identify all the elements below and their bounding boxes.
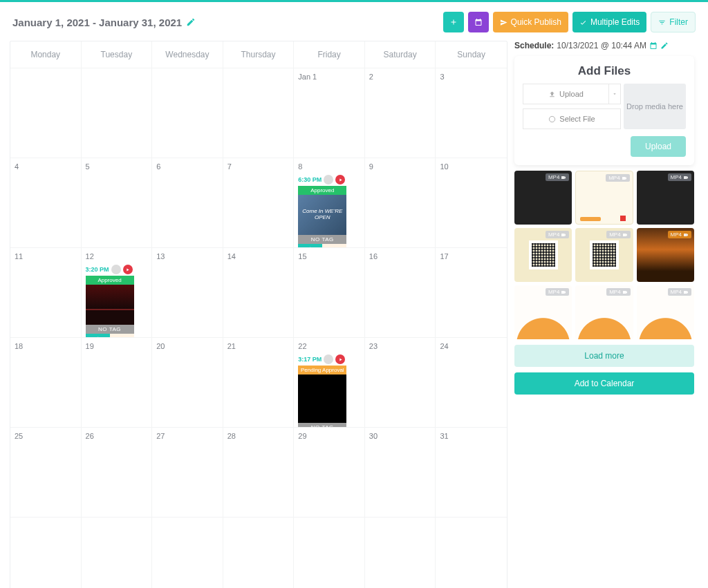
load-more-button[interactable]: Load more — [514, 345, 694, 367]
calendar-cell[interactable] — [152, 68, 223, 158]
multiple-edits-button[interactable]: Multiple Edits — [572, 12, 646, 32]
calendar-cell[interactable]: 11 — [10, 247, 82, 337]
calendar-cell[interactable] — [82, 68, 153, 158]
calendar-cell[interactable]: 3 — [436, 68, 507, 158]
calendar-cell[interactable]: 7 — [223, 158, 295, 247]
gallery-item[interactable]: MP4 — [637, 228, 694, 282]
add-to-calendar-button[interactable]: Add to Calendar — [514, 372, 694, 395]
upload-confirm-button[interactable]: Upload — [631, 136, 686, 157]
calendar-cell[interactable]: 20 — [152, 337, 223, 427]
dayhead-mon: Monday — [10, 41, 82, 68]
post-tag: NO TAG — [298, 235, 346, 244]
gallery-item[interactable]: MP4 — [575, 285, 633, 339]
select-file-button[interactable]: Select File — [523, 108, 621, 129]
load-more-label: Load more — [584, 351, 624, 361]
quick-publish-label: Quick Publish — [511, 17, 561, 27]
calendar-cell[interactable]: 31 — [436, 427, 507, 517]
post-thumbnail — [298, 374, 346, 423]
gallery-item[interactable]: MP4 — [514, 285, 572, 339]
calendar-cell[interactable] — [365, 517, 436, 588]
schedule-label: Schedule: — [514, 41, 554, 50]
avatar-icon — [324, 175, 333, 184]
status-badge: Approved — [298, 186, 346, 195]
calendar-button[interactable] — [468, 12, 489, 32]
pencil-icon[interactable] — [660, 41, 669, 50]
calendar-cell[interactable]: 25 — [10, 427, 82, 517]
dayhead-sun: Sunday — [436, 41, 507, 68]
calendar-cell[interactable]: 21 — [223, 337, 295, 427]
mp4-badge: MP4 — [606, 174, 629, 182]
calendar-cell[interactable] — [436, 517, 507, 588]
gallery-item[interactable]: MP4 — [575, 171, 633, 225]
gallery-item[interactable]: MP4 — [637, 285, 694, 339]
calendar-cell[interactable]: 27 — [152, 427, 223, 517]
calendar-cell[interactable]: 30 — [365, 427, 436, 517]
chevron-down-icon[interactable] — [608, 84, 621, 104]
schedule-line: Schedule: 10/13/2021 @ 10:44 AM — [514, 41, 694, 50]
calendar-cell[interactable] — [152, 517, 223, 588]
mp4-badge: MP4 — [668, 231, 691, 238]
calendar-icon[interactable] — [649, 41, 658, 50]
calendar-cell[interactable]: 16 — [365, 247, 436, 337]
gallery-item[interactable]: MP4 — [575, 228, 633, 282]
calendar-cell[interactable]: 13 — [152, 247, 223, 337]
avatar-icon — [324, 354, 333, 364]
add-button[interactable] — [443, 12, 464, 32]
calendar-cell[interactable] — [294, 517, 365, 588]
calendar-cell[interactable]: 23 — [365, 337, 436, 427]
date-range: January 1, 2021 - January 31, 2021 — [12, 17, 196, 28]
calendar-cell[interactable] — [223, 517, 295, 588]
status-badge: Approved — [86, 276, 134, 285]
calendar-cell[interactable]: 26 — [82, 427, 153, 517]
post-card[interactable]: 3:17 PM Pending Approval NO TAG — [298, 353, 346, 427]
mp4-badge: MP4 — [668, 173, 691, 181]
calendar-cell[interactable]: 15 — [294, 247, 365, 337]
calendar-cell[interactable]: 22 3:17 PM Pending Approval NO TAG — [294, 337, 365, 427]
add-files-title: Add Files — [523, 64, 686, 78]
calendar-cell[interactable]: 18 — [10, 337, 82, 427]
dayhead-fri: Friday — [294, 41, 365, 68]
calendar-cell[interactable] — [82, 517, 153, 588]
dayhead-tue: Tuesday — [82, 41, 153, 68]
calendar-cell[interactable] — [10, 517, 82, 588]
calendar-cell[interactable]: 2 — [365, 68, 436, 158]
calendar-cell[interactable]: 10 — [436, 158, 507, 247]
dropzone[interactable]: Drop media here — [624, 84, 686, 129]
calendar-cell[interactable]: 9 — [365, 158, 436, 247]
mp4-badge: MP4 — [546, 173, 569, 181]
svg-point-0 — [550, 116, 555, 122]
add-files-panel: Add Files Upload — [514, 56, 694, 165]
upload-confirm-label: Upload — [645, 142, 671, 151]
filter-button[interactable]: Filter — [651, 12, 696, 32]
calendar-cell[interactable]: 14 — [223, 247, 295, 337]
pencil-icon[interactable] — [186, 17, 196, 27]
post-card[interactable]: 6:30 PM Approved Come In WE'RE OPEN NO T… — [298, 173, 346, 247]
gallery-item[interactable]: MP4 — [514, 228, 572, 282]
post-time: 3:17 PM — [298, 356, 322, 363]
upload-button[interactable]: Upload — [523, 84, 608, 104]
gallery-item[interactable]: MP4 — [637, 171, 694, 225]
calendar-cell[interactable]: 4 — [10, 158, 82, 247]
mp4-badge: MP4 — [546, 231, 569, 238]
calendar-cell[interactable] — [10, 68, 82, 158]
calendar-cell[interactable]: 24 — [436, 337, 507, 427]
post-card[interactable]: 3:20 PM Approved NO TAG — [86, 263, 134, 337]
calendar-cell[interactable]: 12 3:20 PM Approved NO TAG — [82, 247, 153, 337]
calendar-cell[interactable] — [223, 68, 295, 158]
select-file-label: Select File — [559, 115, 595, 123]
calendar-cell[interactable]: 8 6:30 PM Approved Come In WE'RE OPEN NO… — [294, 158, 365, 247]
quick-publish-button[interactable]: Quick Publish — [493, 12, 568, 32]
calendar-cell[interactable]: Jan 1 — [294, 68, 365, 158]
dayhead-thu: Thursday — [223, 41, 295, 68]
calendar-cell[interactable]: 29 — [294, 427, 365, 517]
upload-label: Upload — [559, 90, 584, 98]
calendar-cell[interactable]: 17 — [436, 247, 507, 337]
youtube-icon — [335, 354, 345, 364]
calendar-cell[interactable]: 28 — [223, 427, 295, 517]
calendar-cell[interactable]: 5 — [82, 158, 153, 247]
calendar-cell[interactable]: 19 — [82, 337, 153, 427]
gallery-item[interactable]: MP4 — [514, 171, 572, 225]
calendar-cell[interactable]: 6 — [152, 158, 223, 247]
post-thumbnail: Come In WE'RE OPEN — [298, 195, 346, 235]
date-range-text: January 1, 2021 - January 31, 2021 — [12, 17, 182, 28]
